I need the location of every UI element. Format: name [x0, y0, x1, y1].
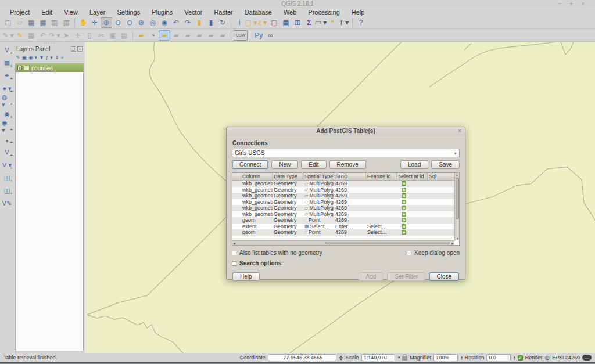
add-postgis-layer-icon[interactable]: ● ▾	[2, 84, 12, 93]
panel-float-button[interactable]: ⊡	[71, 46, 76, 52]
messages-icon[interactable]: …	[582, 355, 592, 361]
statistics-icon[interactable]: Σ	[303, 17, 315, 28]
menu-item[interactable]: Edit	[36, 9, 58, 16]
menu-item[interactable]: Project	[5, 9, 35, 16]
scroll-left-arrow[interactable]: ◀	[233, 242, 235, 245]
python-console-icon[interactable]: Py	[253, 30, 264, 41]
menu-item[interactable]: Database	[239, 9, 277, 16]
pin-labels-icon[interactable]: ▰	[170, 30, 182, 41]
move-label-icon[interactable]: ▰	[193, 30, 205, 41]
help-contents-icon[interactable]: ?	[355, 17, 367, 28]
text-annotation-icon[interactable]: T ▾	[338, 17, 350, 28]
add-raster-layer-icon[interactable]: ▦	[2, 58, 12, 67]
scale-combobox[interactable]: 1:140,970	[361, 354, 395, 361]
zoom-to-selection-icon[interactable]: ◉	[159, 17, 170, 28]
new-project-icon[interactable]: ▢	[2, 17, 14, 28]
save-project-as-icon[interactable]: ▦	[37, 17, 49, 28]
mouse-position-icon[interactable]: ✜	[339, 355, 343, 361]
add-mssql-layer-icon[interactable]: ◍ ▾	[2, 96, 12, 106]
undo-icon[interactable]: ↶	[37, 30, 49, 41]
crs-status-icon[interactable]: ⊕	[544, 354, 550, 362]
dialog-close-icon[interactable]: ×	[458, 128, 461, 134]
horizontal-scrollbar[interactable]: ◀ ▶	[232, 240, 454, 245]
pan-to-selection-icon[interactable]: ✛	[89, 17, 101, 28]
search-options-checkbox[interactable]	[232, 261, 236, 266]
menu-item[interactable]: Web	[278, 9, 302, 16]
select-features-icon[interactable]: ▢ ▾	[245, 17, 257, 28]
new-bookmark-icon[interactable]: ▮	[193, 17, 205, 28]
rotation-spin-arrows[interactable]: ▴▾	[514, 355, 515, 360]
redo-icon[interactable]: ↷ ▾	[49, 30, 60, 41]
sep[interactable]	[231, 31, 231, 40]
paste-features-icon[interactable]: ▤	[119, 30, 130, 41]
window-close-button[interactable]: ×	[581, 1, 585, 7]
layer-name[interactable]: counties	[31, 65, 53, 71]
panel-close-button[interactable]: ×	[77, 46, 83, 52]
window-maximize-button[interactable]: +	[569, 1, 573, 7]
add-spatialite-layer-icon[interactable]: ✒	[2, 71, 12, 80]
menu-item[interactable]: Plugins	[146, 9, 178, 16]
new-shapefile-layer-icon[interactable]: V ▾	[2, 160, 12, 170]
zoom-native-icon[interactable]: ⊙	[124, 17, 135, 28]
rotate-label-icon[interactable]: ▰	[205, 30, 217, 41]
table-row[interactable]: geom Geometry ∴Point 4269	[232, 217, 459, 224]
add-vector-layer-icon[interactable]: V	[2, 45, 12, 55]
load-button[interactable]: Load	[400, 160, 428, 169]
layer-labeling-icon[interactable]: ▰	[135, 30, 147, 41]
header-feature-id[interactable]: Feature id	[366, 173, 397, 180]
current-edits-icon[interactable]: ✎ ▾	[2, 30, 14, 41]
magnifier-spinbox[interactable]: 100%	[433, 354, 458, 361]
copy-features-icon[interactable]: ▣	[107, 30, 119, 41]
zoom-in-icon[interactable]: ⊕	[101, 17, 112, 28]
select-at-id-checkbox[interactable]	[402, 230, 406, 235]
refresh-icon[interactable]: ↻	[217, 17, 228, 28]
select-at-id-checkbox[interactable]	[402, 193, 406, 198]
filter-legend-icon[interactable]: ▼	[39, 55, 44, 60]
select-at-id-checkbox[interactable]	[402, 224, 406, 229]
scale-lock-icon[interactable]	[402, 356, 407, 361]
layer-item-counties[interactable]: x counties	[16, 64, 83, 72]
measure-icon[interactable]: ▭ ▾	[315, 17, 327, 28]
sep[interactable]	[132, 31, 133, 40]
remove-button[interactable]: Remove	[329, 160, 366, 169]
select-by-expression-icon[interactable]: ε ▾	[257, 17, 268, 28]
layer-diagram-icon[interactable]: ◔	[147, 30, 159, 41]
show-hide-labels-icon[interactable]: ▰	[182, 30, 193, 41]
help-button[interactable]: Help	[232, 272, 260, 281]
save-layer-edits-icon[interactable]: ▦	[26, 30, 37, 41]
connect-button[interactable]: Connect	[232, 160, 268, 169]
node-tool-icon[interactable]: ✛	[72, 30, 84, 41]
new-geopackage-layer-icon[interactable]: ◫	[2, 173, 12, 182]
keep-dialog-open-checkbox[interactable]	[407, 251, 411, 255]
menu-item[interactable]: Raster	[209, 9, 238, 16]
magnifier-spin-arrows[interactable]: ▴▾	[461, 355, 463, 360]
render-checkbox[interactable]: ✓	[518, 355, 523, 361]
rotation-spinbox[interactable]: 0.0	[486, 354, 511, 361]
add-virtual-layer-icon[interactable]: V	[2, 147, 12, 157]
header-spatial-type[interactable]: Spatial Type	[303, 173, 334, 180]
sep[interactable]	[352, 18, 353, 27]
menu-item[interactable]: Vector	[179, 9, 207, 16]
change-label-icon[interactable]: ▰	[217, 30, 228, 41]
sep[interactable]	[231, 18, 231, 27]
vertical-scrollbar[interactable]: ▲▼	[454, 173, 459, 240]
metasearch-csw-icon[interactable]: CSW	[234, 30, 248, 41]
cut-features-icon[interactable]: ✂	[95, 30, 107, 41]
table-row[interactable]: wkb_geometry Geometry ▱MultiPolygon 4269	[232, 181, 459, 187]
composer-manager-icon[interactable]: ▥	[60, 17, 72, 28]
zoom-next-icon[interactable]: ↷	[182, 17, 193, 28]
select-at-id-checkbox[interactable]	[402, 218, 406, 222]
add-oracle-layer-icon[interactable]: ◫	[2, 186, 12, 195]
touch-zoom-pan-icon[interactable]: ✋	[77, 17, 89, 28]
open-project-icon[interactable]: ▱	[14, 17, 26, 28]
layer-visibility-checkbox[interactable]: x	[17, 66, 22, 70]
connection-select[interactable]: Girls USGS ▾	[232, 149, 460, 157]
header-column[interactable]: Column	[241, 173, 273, 180]
filter-by-expression-icon[interactable]: ƒ ▾	[46, 55, 53, 60]
scale-dropdown-icon[interactable]: ▾	[398, 355, 400, 360]
select-at-id-checkbox[interactable]	[402, 212, 406, 217]
overflow-icon[interactable]: »	[60, 55, 63, 60]
show-bookmarks-icon[interactable]: ▮	[205, 17, 217, 28]
open-attribute-table-icon[interactable]: ▦	[280, 17, 292, 28]
select-at-id-checkbox[interactable]	[402, 188, 406, 192]
